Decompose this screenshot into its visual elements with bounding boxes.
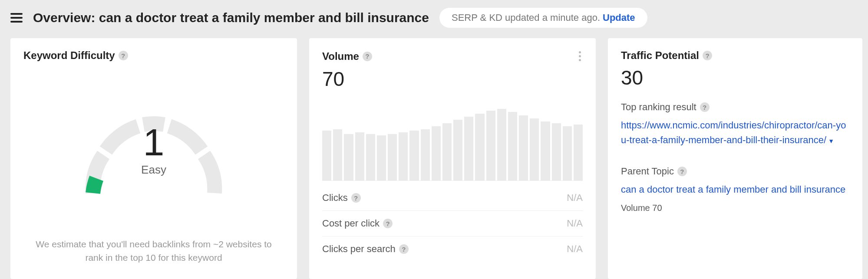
hamburger-menu-icon[interactable] xyxy=(10,13,23,23)
volume-bar xyxy=(486,111,495,181)
help-icon[interactable]: ? xyxy=(677,167,687,176)
volume-bar xyxy=(464,117,473,181)
volume-bar xyxy=(344,134,353,181)
parent-topic-volume: Volume 70 xyxy=(621,203,849,213)
volume-bar xyxy=(519,115,528,181)
volume-row-cps: Clicks per search? N/A xyxy=(322,236,583,262)
volume-bar xyxy=(541,121,550,181)
update-status-text: SERP & KD updated a minute ago. xyxy=(452,12,600,23)
volume-bar xyxy=(475,114,484,181)
top-ranking-result-label: Top ranking result xyxy=(621,102,696,113)
cpc-label: Cost per click xyxy=(322,218,380,229)
volume-bar xyxy=(453,120,462,181)
volume-bar xyxy=(497,109,506,181)
card-volume: Volume ? 70 Clicks? N/A Cost per click? … xyxy=(309,38,596,279)
volume-bar xyxy=(442,123,452,181)
kd-label: Easy xyxy=(141,163,166,177)
card-traffic-potential: Traffic Potential ? 30 Top ranking resul… xyxy=(608,38,862,279)
help-icon[interactable]: ? xyxy=(383,219,393,228)
volume-row-cpc: Cost per click? N/A xyxy=(322,211,583,236)
help-icon[interactable]: ? xyxy=(700,102,710,112)
clicks-label: Clicks xyxy=(322,192,348,204)
kd-title: Keyword Difficulty xyxy=(23,49,115,62)
volume-bar xyxy=(388,134,397,181)
volume-bar xyxy=(421,129,430,181)
cps-value: N/A xyxy=(567,243,583,255)
volume-bar xyxy=(333,129,342,181)
volume-value: 70 xyxy=(322,67,583,91)
volume-bar xyxy=(355,132,364,181)
help-icon[interactable]: ? xyxy=(351,193,361,203)
volume-bar xyxy=(552,123,561,181)
kd-value: 1 xyxy=(143,123,165,161)
parent-topic-label: Parent Topic xyxy=(621,166,674,177)
volume-bar xyxy=(377,135,386,181)
volume-bar xyxy=(508,112,517,181)
volume-bar xyxy=(432,126,441,181)
update-status-pill: SERP & KD updated a minute ago. Update xyxy=(439,8,647,28)
cps-label: Clicks per search xyxy=(322,243,396,255)
cpc-value: N/A xyxy=(567,218,583,229)
top-ranking-result-url: https://www.ncmic.com/industries/chiropr… xyxy=(621,120,846,145)
chevron-down-icon[interactable]: ▼ xyxy=(828,138,834,144)
help-icon[interactable]: ? xyxy=(363,52,372,61)
help-icon[interactable]: ? xyxy=(399,244,409,254)
top-ranking-result-link[interactable]: https://www.ncmic.com/industries/chiropr… xyxy=(621,118,849,148)
volume-bar xyxy=(563,126,572,181)
volume-row-clicks: Clicks? N/A xyxy=(322,185,583,211)
update-link[interactable]: Update xyxy=(603,12,635,23)
volume-bar xyxy=(530,118,539,181)
volume-bar xyxy=(409,131,419,181)
clicks-value: N/A xyxy=(567,192,583,204)
tp-title: Traffic Potential xyxy=(621,49,699,62)
volume-bar xyxy=(574,125,583,181)
volume-bar xyxy=(322,131,331,181)
help-icon[interactable]: ? xyxy=(703,51,712,60)
volume-trend-chart xyxy=(322,103,583,181)
tp-value: 30 xyxy=(621,66,849,89)
parent-topic-link[interactable]: can a doctor treat a family member and b… xyxy=(621,182,849,197)
volume-title: Volume xyxy=(322,50,359,62)
page-title: Overview: can a doctor treat a family me… xyxy=(33,10,429,25)
kebab-menu-icon[interactable] xyxy=(577,49,583,63)
help-icon[interactable]: ? xyxy=(119,51,128,60)
volume-bar xyxy=(399,132,408,181)
volume-bar xyxy=(366,134,375,181)
kd-footer-text: We estimate that you'll need backlinks f… xyxy=(23,238,284,271)
card-keyword-difficulty: Keyword Difficulty ? 1 Easy We estimate … xyxy=(10,38,297,279)
